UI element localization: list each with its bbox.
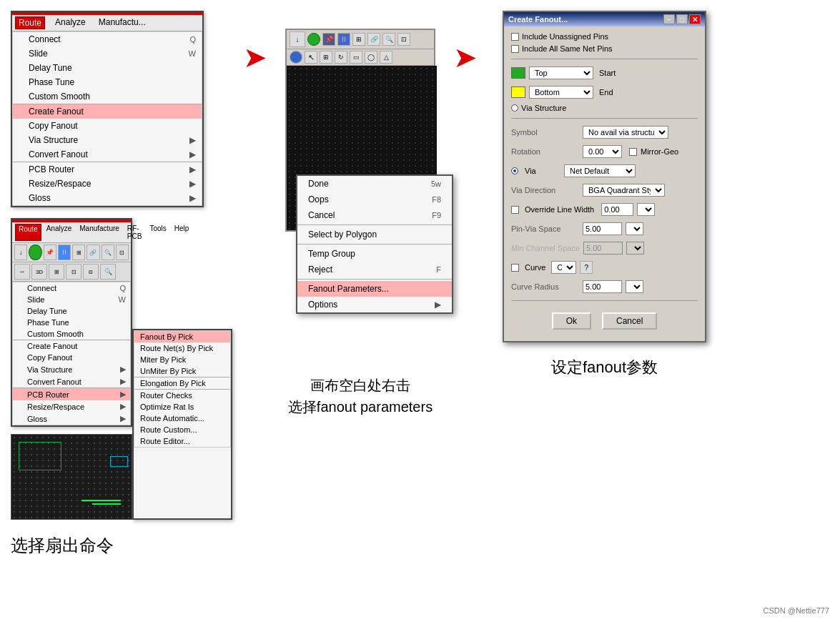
ctx-options[interactable]: Options ▶ xyxy=(297,297,452,312)
toolbar-btn-5[interactable]: ⊞ xyxy=(72,245,85,260)
ctx-temp-group[interactable]: Temp Group xyxy=(297,246,452,262)
sub-optimize-rat[interactable]: Optimize Rat Is xyxy=(134,401,230,413)
ctx-cancel[interactable]: Cancel F9 xyxy=(297,207,452,223)
toolbar-btn-green[interactable] xyxy=(29,245,41,260)
tb2-triag[interactable]: △ xyxy=(380,51,392,64)
menu-item-delay-tune[interactable]: Delay Tune xyxy=(13,61,202,75)
sub-route-nets-by-pick[interactable]: Route Net(s) By Pick xyxy=(134,342,230,354)
menu-item-custom-smooth[interactable]: Custom Smooth xyxy=(13,89,202,104)
menu-item-create-fanout[interactable]: Create Fanout xyxy=(13,104,202,119)
bm-copy-fanout[interactable]: Copy Fanout xyxy=(13,352,130,363)
ctx-done[interactable]: Done 5w xyxy=(297,176,452,192)
bm-gloss[interactable]: Gloss ▶ xyxy=(13,413,130,425)
menu-item-connect[interactable]: Connect Q xyxy=(13,32,202,46)
toolbar-btn-1[interactable]: ↓ xyxy=(14,245,27,260)
bm-create-fanout[interactable]: Create Fanout xyxy=(13,340,130,352)
symbol-select[interactable]: No avail via structure xyxy=(583,126,668,139)
pin-via-space-unit[interactable]: ▾ xyxy=(626,222,643,235)
bottom-tab-rfpcb[interactable]: RF-PCB xyxy=(124,224,145,241)
menu-item-via-structure[interactable]: Via Structure ▶ xyxy=(13,133,202,147)
tb-box[interactable]: ⊡ xyxy=(397,33,410,46)
via-direction-select[interactable]: BGA Quadrant Style xyxy=(583,184,665,197)
bm-slide[interactable]: Slide W xyxy=(13,294,130,305)
sub-miter-by-pick[interactable]: Miter By Pick xyxy=(134,354,230,365)
toolbar-btn-11[interactable]: ⊞ xyxy=(49,264,64,280)
toolbar-btn-6[interactable]: 🔗 xyxy=(87,245,99,260)
toolbar-btn-7[interactable]: 🔍 xyxy=(102,245,114,260)
bottom-layer-select[interactable]: Bottom xyxy=(529,86,593,99)
ctx-reject[interactable]: Reject F xyxy=(297,262,452,277)
dialog-close-btn[interactable]: ✕ xyxy=(689,14,701,24)
curve-q-btn[interactable]: ? xyxy=(580,261,593,274)
menu-item-phase-tune[interactable]: Phase Tune xyxy=(13,75,202,89)
via-radio-btn[interactable] xyxy=(511,167,518,174)
cb-same-net-pins[interactable] xyxy=(511,45,519,53)
sub-route-custom[interactable]: Route Custom... xyxy=(134,424,230,435)
bm-via-structure[interactable]: Via Structure ▶ xyxy=(13,363,130,375)
curve-radius-input[interactable] xyxy=(583,280,622,293)
pin-via-space-input[interactable] xyxy=(583,222,622,235)
bottom-tab-tools[interactable]: Tools xyxy=(147,224,169,241)
bm-phase-tune[interactable]: Phase Tune xyxy=(13,317,130,328)
tb2-ellipse[interactable]: ◯ xyxy=(365,51,377,64)
via-value-select[interactable]: Net Default xyxy=(564,164,636,177)
tb2-square[interactable]: ⊞ xyxy=(320,51,332,64)
toolbar-btn-3[interactable]: 📌 xyxy=(44,245,56,260)
cancel-button[interactable]: Cancel xyxy=(602,312,657,330)
sub-elongation-by-pick[interactable]: Elongation By Pick xyxy=(134,377,230,389)
sub-route-editor[interactable]: Route Editor... xyxy=(134,435,230,447)
tb-grid[interactable]: ⊞ xyxy=(352,33,365,46)
tb-search[interactable]: 🔍 xyxy=(382,33,395,46)
ctx-select-polygon[interactable]: Select by Polygon xyxy=(297,227,452,242)
mirror-geo-cb[interactable] xyxy=(629,148,637,156)
ok-button[interactable]: Ok xyxy=(552,312,591,330)
sub-route-automatic[interactable]: Route Automatic... xyxy=(134,413,230,424)
toolbar-btn-8[interactable]: ⊡ xyxy=(116,245,129,260)
bm-connect[interactable]: Connect Q xyxy=(13,282,130,294)
curve-cb[interactable] xyxy=(511,264,519,272)
curve-radius-unit[interactable]: ▾ xyxy=(626,280,643,293)
tb2-rect[interactable]: ▭ xyxy=(350,51,362,64)
dialog-maximize-btn[interactable]: □ xyxy=(676,14,688,24)
bottom-tab-route[interactable]: Route xyxy=(15,224,41,241)
ctx-fanout-params[interactable]: Fanout Parameters... xyxy=(297,281,452,297)
bm-pcb-router[interactable]: PCB Router ▶ xyxy=(13,387,130,400)
bm-delay-tune[interactable]: Delay Tune xyxy=(13,305,130,317)
bm-convert-fanout[interactable]: Convert Fanout ▶ xyxy=(13,375,130,387)
menu-item-gloss[interactable]: Gloss ▶ xyxy=(13,191,202,205)
bm-resize-respace[interactable]: Resize/Respace ▶ xyxy=(13,400,130,413)
menu-tab-route[interactable]: Route xyxy=(15,16,45,29)
toolbar-btn-9[interactable]: ↔ xyxy=(14,264,30,280)
tb-link[interactable]: 🔗 xyxy=(367,33,380,46)
menu-item-resize-respace[interactable]: Resize/Respace ▶ xyxy=(13,177,202,191)
ctx-oops[interactable]: Oops F8 xyxy=(297,192,452,207)
menu-item-pcb-router[interactable]: PCB Router ▶ xyxy=(13,162,202,177)
menu-item-slide[interactable]: Slide W xyxy=(13,46,202,61)
curve-cw-select[interactable]: Cw xyxy=(551,261,576,274)
bottom-tab-analyze[interactable]: Analyze xyxy=(44,224,75,241)
top-layer-select[interactable]: Top xyxy=(529,66,593,79)
rotation-select[interactable]: 0.00 xyxy=(583,145,622,158)
sub-fanout-by-pick[interactable]: Fanout By Pick xyxy=(134,331,230,342)
override-lw-cb[interactable] xyxy=(511,206,519,214)
override-lw-unit[interactable]: ▾ xyxy=(637,203,655,216)
menu-tab-analyze[interactable]: Analyze xyxy=(52,16,89,29)
tb-dots[interactable]: ⁞⁞ xyxy=(337,33,350,46)
bottom-tab-manufacture[interactable]: Manufacture xyxy=(76,224,122,241)
tb-down[interactable]: ↓ xyxy=(290,31,305,47)
sub-router-checks[interactable]: Router Checks xyxy=(134,389,230,401)
toolbar-btn-4[interactable]: ⁞⁞ xyxy=(58,245,71,260)
dialog-minimize-btn[interactable]: − xyxy=(663,14,675,24)
via-structure-radio[interactable] xyxy=(511,104,518,112)
tb-pin[interactable]: 📌 xyxy=(322,33,335,46)
menu-item-copy-fanout[interactable]: Copy Fanout xyxy=(13,119,202,133)
sub-unmiter-by-pick[interactable]: UnMiter By Pick xyxy=(134,365,230,377)
tb2-cursor[interactable]: ↖ xyxy=(305,51,317,64)
cb-unassigned-pins[interactable] xyxy=(511,33,519,41)
tb2-circle1[interactable] xyxy=(290,51,302,64)
toolbar-btn-14[interactable]: 🔍 xyxy=(100,264,116,280)
override-lw-input[interactable] xyxy=(601,203,633,216)
menu-item-convert-fanout[interactable]: Convert Fanout ▶ xyxy=(13,147,202,162)
toolbar-btn-13[interactable]: ⧈ xyxy=(83,264,99,280)
bm-custom-smooth[interactable]: Custom Smooth xyxy=(13,328,130,340)
